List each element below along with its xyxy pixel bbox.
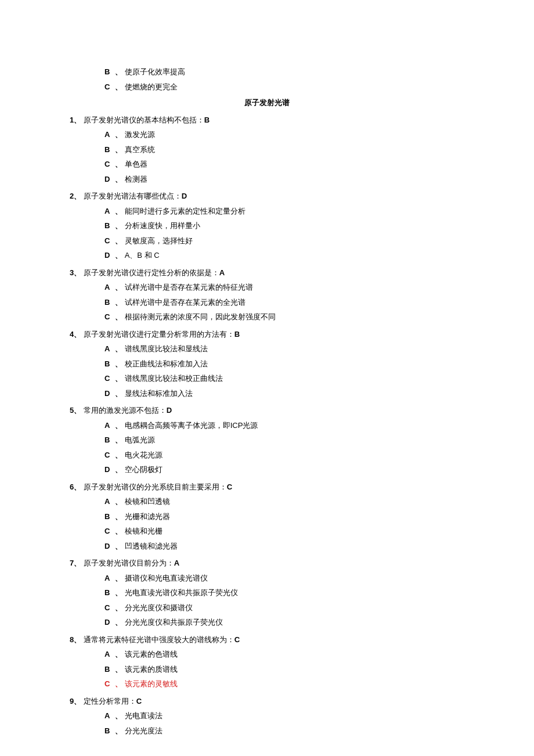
option-line: A、 该元素的色谱线 bbox=[70, 649, 464, 660]
option-line: D、 显线法和标准加入法 bbox=[70, 388, 464, 399]
option-text: 电弧光源 bbox=[125, 435, 155, 444]
option-line: B、 分析速度快，用样量小 bbox=[70, 220, 464, 232]
question-line: 8、 通常将元素特征光谱中强度较大的谱线称为：C bbox=[70, 634, 464, 646]
option-line: A、 能同时进行多元素的定性和定量分析 bbox=[70, 206, 464, 217]
option-line: B、 真空系统 bbox=[70, 144, 464, 156]
question-answer: C bbox=[227, 483, 232, 491]
option-line: B、 光栅和滤光器 bbox=[70, 511, 464, 523]
option-line: C、 该元素的灵敏线 bbox=[70, 678, 464, 690]
questions-container: 1、 原子发射光谱仪的基本结构不包括：BA、 激发光源B、 真空系统C、 单色器… bbox=[70, 114, 464, 737]
option-label: B bbox=[104, 725, 115, 737]
option-line: C、 棱镜和光栅 bbox=[70, 525, 464, 537]
option-label: A bbox=[104, 649, 115, 660]
option-text: 摄谱仪和光电直读光谱仪 bbox=[125, 574, 208, 582]
option-text: 检测器 bbox=[125, 175, 147, 183]
question-answer: C bbox=[136, 697, 142, 705]
option-separator: 、 bbox=[115, 160, 125, 168]
question-text: 常用的激发光源不包括： bbox=[84, 406, 167, 415]
option-text: 激发光源 bbox=[125, 130, 155, 139]
option-text: 谱线黑度比较法和显线法 bbox=[125, 344, 208, 353]
option-label: C bbox=[104, 159, 115, 170]
option-text: 该元素的质谱线 bbox=[125, 665, 178, 674]
option-separator: 、 bbox=[115, 389, 125, 398]
option-label: C bbox=[104, 449, 115, 461]
option-line: B、 电弧光源 bbox=[70, 434, 464, 446]
option-label: B bbox=[104, 358, 115, 370]
option-separator: 、 bbox=[115, 145, 125, 154]
option-label: B bbox=[104, 511, 115, 523]
option-label: A bbox=[104, 496, 115, 507]
option-label: A bbox=[104, 206, 115, 217]
option-text: 真空系统 bbox=[125, 145, 155, 154]
option-text: 电火花光源 bbox=[125, 451, 163, 459]
question-separator: 、 bbox=[74, 697, 84, 705]
option-text: 显线法和标准加入法 bbox=[125, 389, 193, 398]
option-line: D、 A、B 和 C bbox=[70, 250, 464, 261]
question-line: 9、 定性分析常用：C bbox=[70, 696, 464, 707]
option-text: 校正曲线法和标准加入法 bbox=[125, 359, 208, 368]
option-line: D、 检测器 bbox=[70, 174, 464, 185]
question-separator: 、 bbox=[74, 268, 84, 277]
option-separator: 、 bbox=[115, 679, 125, 688]
option-text: 谱线黑度比较法和校正曲线法 bbox=[125, 374, 223, 383]
option-text: 该元素的灵敏线 bbox=[125, 679, 178, 688]
option-label: B bbox=[104, 220, 115, 232]
option-text: 棱镜和光栅 bbox=[125, 527, 163, 535]
option-separator: 、 bbox=[115, 711, 125, 720]
option-separator: 、 bbox=[115, 251, 125, 260]
option-text: 使原子化效率提高 bbox=[125, 67, 185, 76]
option-text: 分析速度快，用样量小 bbox=[125, 221, 200, 230]
option-line: B、 该元素的质谱线 bbox=[70, 664, 464, 675]
question-line: 1、 原子发射光谱仪的基本结构不包括：B bbox=[70, 114, 464, 126]
option-label: A bbox=[104, 129, 115, 141]
option-line: C、 单色器 bbox=[70, 159, 464, 170]
option-label: C bbox=[104, 525, 115, 537]
option-line: B、 校正曲线法和标准加入法 bbox=[70, 358, 464, 370]
option-separator: 、 bbox=[115, 298, 125, 307]
option-text: 分光光度仪和摄谱仪 bbox=[125, 603, 193, 612]
option-label: A bbox=[104, 282, 115, 293]
option-text: 能同时进行多元素的定性和定量分析 bbox=[125, 207, 246, 215]
option-label: B bbox=[104, 587, 115, 599]
option-separator: 、 bbox=[115, 542, 125, 550]
question-answer: B bbox=[204, 116, 210, 124]
option-separator: 、 bbox=[115, 527, 125, 535]
question-text: 原子发射光谱仪进行定量分析常用的方法有： bbox=[84, 330, 234, 339]
option-text: 光电直读法 bbox=[125, 711, 163, 720]
option-label: A bbox=[104, 573, 115, 584]
option-line: C、 电火花光源 bbox=[70, 449, 464, 461]
question-line: 2、 原子发射光谱法有哪些优点：D bbox=[70, 190, 464, 202]
question-line: 7、 原子发射光谱仪目前分为：A bbox=[70, 557, 464, 569]
intro-option: C、 使燃烧的更完全 bbox=[70, 81, 464, 93]
option-line: A、 光电直读法 bbox=[70, 710, 464, 722]
option-line: A、 摄谱仪和光电直读光谱仪 bbox=[70, 573, 464, 584]
option-label: B bbox=[104, 297, 115, 308]
option-text: 分光光度仪和共振原子荧光仪 bbox=[125, 618, 223, 627]
option-separator: 、 bbox=[115, 283, 125, 291]
question-answer: A bbox=[219, 268, 225, 277]
option-separator: 、 bbox=[115, 421, 125, 430]
option-separator: 、 bbox=[115, 236, 125, 245]
option-line: D、 凹透镜和滤光器 bbox=[70, 541, 464, 552]
option-separator: 、 bbox=[115, 130, 125, 139]
option-line: D、 分光光度仪和共振原子荧光仪 bbox=[70, 617, 464, 628]
option-separator: 、 bbox=[115, 67, 125, 76]
question-answer: C bbox=[234, 635, 240, 644]
option-separator: 、 bbox=[115, 359, 125, 368]
option-line: C、 分光光度仪和摄谱仪 bbox=[70, 602, 464, 614]
question-separator: 、 bbox=[74, 116, 84, 124]
question-line: 3、 原子发射光谱仪进行定性分析的依据是：A bbox=[70, 267, 464, 279]
option-separator: 、 bbox=[115, 588, 125, 597]
option-separator: 、 bbox=[115, 512, 125, 521]
option-text: 电感耦合高频等离子体光源，即ICP光源 bbox=[125, 421, 258, 430]
option-text: 使燃烧的更完全 bbox=[125, 82, 178, 91]
question-line: 4、 原子发射光谱仪进行定量分析常用的方法有：B bbox=[70, 329, 464, 340]
option-separator: 、 bbox=[115, 82, 125, 91]
option-label: C bbox=[104, 373, 115, 384]
question-line: 6、 原子发射光谱仪的分光系统目前主要采用：C bbox=[70, 481, 464, 493]
intro-options: B、 使原子化效率提高C、 使燃烧的更完全 bbox=[70, 66, 464, 92]
option-text: A、B 和 C bbox=[125, 251, 160, 260]
option-separator: 、 bbox=[115, 650, 125, 658]
option-separator: 、 bbox=[115, 618, 125, 627]
option-label: B bbox=[104, 144, 115, 156]
